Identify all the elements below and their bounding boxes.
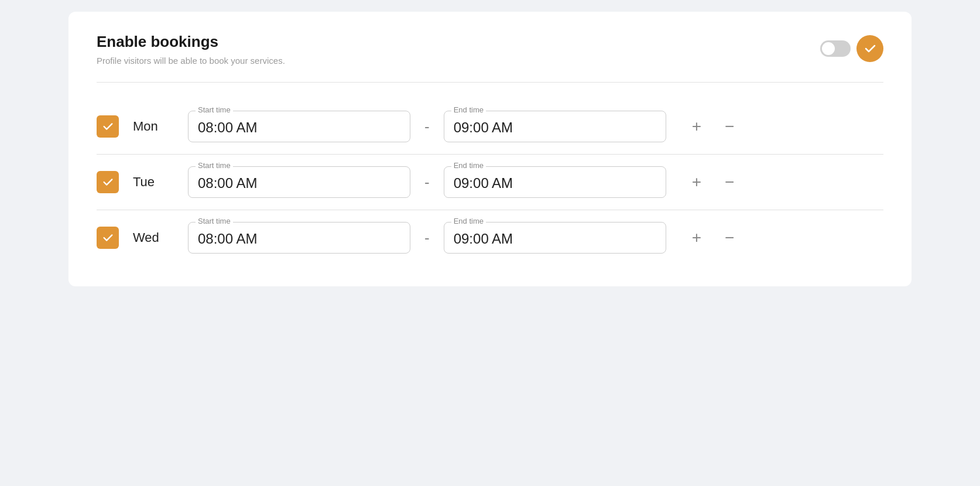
wed-end-time-field[interactable]: End time 09:00 AM [444, 222, 666, 254]
wed-end-time-label: End time [451, 217, 486, 225]
mon-check-icon [101, 120, 114, 133]
toggle-area [820, 35, 883, 62]
page-subtitle: Profile visitors will be able to book yo… [97, 56, 285, 66]
mon-add-slot-button[interactable]: + [687, 116, 706, 137]
enable-bookings-toggle[interactable] [820, 40, 851, 57]
mon-time-actions: + − [687, 116, 739, 137]
tue-end-time-value: 09:00 AM [454, 175, 513, 191]
tue-remove-slot-button[interactable]: − [720, 172, 739, 193]
toggle-confirm-button[interactable] [856, 35, 883, 62]
day-row-wed: Wed Start time 08:00 AM - End time 09:00… [97, 210, 883, 265]
wed-start-time-label: Start time [196, 217, 233, 225]
mon-label: Mon [133, 119, 174, 134]
mon-end-time-value: 09:00 AM [454, 119, 513, 135]
mon-checkbox[interactable] [97, 115, 119, 138]
mon-remove-slot-button[interactable]: − [720, 116, 739, 137]
wed-add-slot-button[interactable]: + [687, 227, 706, 248]
page-title: Enable bookings [97, 33, 285, 51]
header-text: Enable bookings Profile visitors will be… [97, 33, 285, 66]
tue-time-actions: + − [687, 172, 739, 193]
wed-end-time-value: 09:00 AM [454, 231, 513, 247]
day-row-mon: Mon Start time 08:00 AM - End time 09:00… [97, 99, 883, 154]
wed-start-time-field[interactable]: Start time 08:00 AM [188, 222, 410, 254]
mon-start-time-value: 08:00 AM [198, 119, 257, 135]
mon-separator: - [424, 118, 430, 136]
tue-checkbox[interactable] [97, 171, 119, 193]
tue-add-slot-button[interactable]: + [687, 172, 706, 193]
wed-start-time-value: 08:00 AM [198, 231, 257, 247]
tue-start-time-value: 08:00 AM [198, 175, 257, 191]
tue-label: Tue [133, 174, 174, 190]
wed-checkbox[interactable] [97, 227, 119, 249]
wed-time-actions: + − [687, 227, 739, 248]
mon-start-time-label: Start time [196, 105, 233, 114]
header-section: Enable bookings Profile visitors will be… [97, 33, 883, 66]
checkmark-icon [863, 42, 877, 56]
toggle-thumb [822, 42, 835, 55]
days-section: Mon Start time 08:00 AM - End time 09:00… [97, 99, 883, 265]
wed-remove-slot-button[interactable]: − [720, 227, 739, 248]
tue-check-icon [101, 176, 114, 189]
tue-end-time-field[interactable]: End time 09:00 AM [444, 166, 666, 198]
main-card: Enable bookings Profile visitors will be… [68, 12, 912, 286]
tue-end-time-label: End time [451, 161, 486, 170]
tue-separator: - [424, 173, 430, 191]
wed-label: Wed [133, 230, 174, 245]
mon-end-time-field[interactable]: End time 09:00 AM [444, 111, 666, 142]
day-row-tue: Tue Start time 08:00 AM - End time 09:00… [97, 154, 883, 210]
wed-check-icon [101, 231, 114, 244]
tue-start-time-label: Start time [196, 161, 233, 170]
wed-separator: - [424, 229, 430, 247]
mon-end-time-label: End time [451, 105, 486, 114]
mon-start-time-field[interactable]: Start time 08:00 AM [188, 111, 410, 142]
tue-start-time-field[interactable]: Start time 08:00 AM [188, 166, 410, 198]
header-divider [97, 82, 883, 83]
